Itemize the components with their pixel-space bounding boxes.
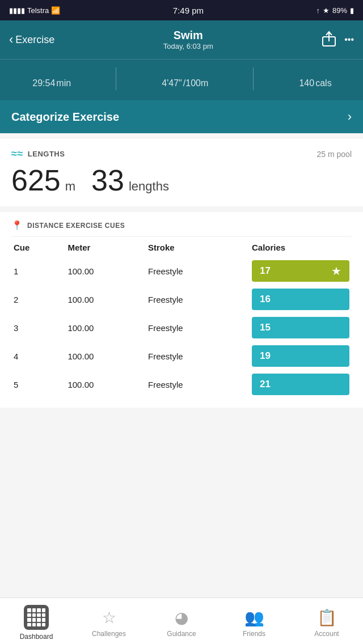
nav-item-friends[interactable]: 👥 Friends xyxy=(218,598,290,644)
bluetooth-icon: ★ xyxy=(323,6,330,15)
status-bar: ▮▮▮▮ Telstra 📶 7:49 pm ↑ ★ 89% ▮ xyxy=(0,0,363,20)
col-header-calories: Calories xyxy=(250,237,352,257)
cue-stroke: Freestyle xyxy=(146,342,250,370)
stats-bar: 29:54min 4'47"/100m 140cals xyxy=(0,59,363,100)
lengths-count-item: 33 lengths xyxy=(91,166,169,195)
calories-bar: 19 xyxy=(252,345,349,367)
lengths-title-block: ≈≈ LENGTHS xyxy=(11,148,65,160)
cues-title: DISTANCE EXERCISE CUES xyxy=(27,222,125,230)
header-title-block: Swim Today, 6:03 pm xyxy=(163,29,213,50)
cue-calories-cell: 21 xyxy=(250,370,352,399)
table-header-row: Cue Meter Stroke Calories xyxy=(11,237,352,257)
calories-value: 140cals xyxy=(298,68,331,90)
cue-stroke: Freestyle xyxy=(146,370,250,399)
cues-section: 📍 DISTANCE EXERCISE CUES Cue Meter Strok… xyxy=(0,212,363,408)
calories-bar-value: 15 xyxy=(252,322,349,333)
nav-label-challenges: Challenges xyxy=(92,630,126,638)
nav-item-account[interactable]: 📋 Account xyxy=(290,598,363,644)
nav-item-challenges[interactable]: ☆ Challenges xyxy=(73,598,145,644)
nav-label-dashboard: Dashboard xyxy=(20,633,53,641)
lengths-count-value: 33 xyxy=(91,166,124,195)
pin-icon: 📍 xyxy=(11,220,23,231)
cue-stroke: Freestyle xyxy=(146,313,250,342)
cue-meter: 100.00 xyxy=(65,257,146,285)
calories-bar: 15 xyxy=(252,317,349,338)
cues-header: 📍 DISTANCE EXERCISE CUES xyxy=(11,212,352,237)
col-header-cue: Cue xyxy=(11,237,65,257)
cue-stroke: Freestyle xyxy=(146,257,250,285)
table-row: 5 100.00 Freestyle 21 xyxy=(11,370,352,399)
calories-bar-value: 21 xyxy=(252,379,349,390)
categorize-button[interactable]: Categorize Exercise › xyxy=(0,100,363,133)
nav-item-guidance[interactable]: ◕ Guidance xyxy=(145,598,218,644)
stat-divider-1 xyxy=(116,67,116,90)
table-row: 2 100.00 Freestyle 16 xyxy=(11,285,352,313)
exercise-title: Swim xyxy=(163,29,213,42)
challenges-icon: ☆ xyxy=(102,608,116,627)
categorize-label: Categorize Exercise xyxy=(11,111,119,124)
table-row: 4 100.00 Freestyle 19 xyxy=(11,342,352,370)
friends-icon: 👥 xyxy=(244,608,264,627)
header-actions: ••• xyxy=(322,30,354,49)
calories-bar: 17 ★ xyxy=(252,260,349,282)
back-button[interactable]: ‹ Exercise xyxy=(9,32,54,47)
time-display: 7:49 pm xyxy=(173,6,204,15)
share-button[interactable] xyxy=(322,30,336,49)
duration-value: 29:54min xyxy=(31,68,71,90)
location-icon: ↑ xyxy=(316,6,320,15)
dashboard-icon xyxy=(24,605,49,630)
stat-divider-2 xyxy=(253,67,254,90)
col-header-meter: Meter xyxy=(65,237,146,257)
lengths-section: ≈≈ LENGTHS 25 m pool 625 m 33 lengths xyxy=(0,139,363,206)
lengths-title: LENGTHS xyxy=(28,150,65,158)
wave-icon: ≈≈ xyxy=(11,148,23,160)
cue-meter: 100.00 xyxy=(65,370,146,399)
cue-meter: 100.00 xyxy=(65,285,146,313)
back-chevron-icon: ‹ xyxy=(9,32,13,47)
cues-table: Cue Meter Stroke Calories 1 100.00 Frees… xyxy=(11,237,352,399)
cue-calories-cell: 17 ★ xyxy=(250,257,352,285)
lengths-count-unit: lengths xyxy=(129,179,169,194)
cue-number: 4 xyxy=(11,342,65,370)
nav-label-guidance: Guidance xyxy=(167,630,196,638)
more-options-button[interactable]: ••• xyxy=(344,35,354,45)
cue-number: 2 xyxy=(11,285,65,313)
duration-stat: 29:54min xyxy=(31,68,71,90)
pace-stat: 4'47"/100m xyxy=(161,68,208,90)
star-icon: ★ xyxy=(331,264,349,278)
calories-stat: 140cals xyxy=(298,68,331,90)
cue-calories-cell: 15 xyxy=(250,313,352,342)
bottom-navigation: Dashboard ☆ Challenges ◕ Guidance 👥 Frie… xyxy=(0,598,363,644)
cue-number: 1 xyxy=(11,257,65,285)
lengths-data: 625 m 33 lengths xyxy=(11,166,352,195)
pace-value: 4'47"/100m xyxy=(161,68,208,90)
carrier-name: Telstra xyxy=(27,6,49,15)
status-right: ↑ ★ 89% ▮ xyxy=(316,6,354,15)
distance-unit: m xyxy=(65,179,75,194)
cue-number: 5 xyxy=(11,370,65,399)
lengths-header: ≈≈ LENGTHS 25 m pool xyxy=(11,148,352,160)
cue-number: 3 xyxy=(11,313,65,342)
exercise-subtitle: Today, 6:03 pm xyxy=(163,42,213,50)
calories-bar: 16 xyxy=(252,289,349,310)
cue-stroke: Freestyle xyxy=(146,285,250,313)
distance-value: 625 xyxy=(11,166,61,195)
signal-bars-icon: ▮▮▮▮ xyxy=(9,6,25,15)
carrier-signal: ▮▮▮▮ Telstra 📶 xyxy=(9,6,60,15)
nav-item-dashboard[interactable]: Dashboard xyxy=(0,598,73,644)
calories-bar-value: 16 xyxy=(252,294,349,305)
calories-bar: 21 xyxy=(252,374,349,395)
cue-meter: 100.00 xyxy=(65,342,146,370)
guidance-icon: ◕ xyxy=(175,608,188,627)
battery-percent: 89% xyxy=(332,6,347,15)
back-label: Exercise xyxy=(15,34,54,46)
table-row: 3 100.00 Freestyle 15 xyxy=(11,313,352,342)
cue-calories-cell: 19 xyxy=(250,342,352,370)
header: ‹ Exercise Swim Today, 6:03 pm ••• xyxy=(0,20,363,59)
cue-meter: 100.00 xyxy=(65,313,146,342)
nav-label-account: Account xyxy=(314,630,339,638)
col-header-stroke: Stroke xyxy=(146,237,250,257)
distance-item: 625 m xyxy=(11,166,75,195)
nav-label-friends: Friends xyxy=(243,630,265,638)
battery-icon: ▮ xyxy=(350,6,354,15)
